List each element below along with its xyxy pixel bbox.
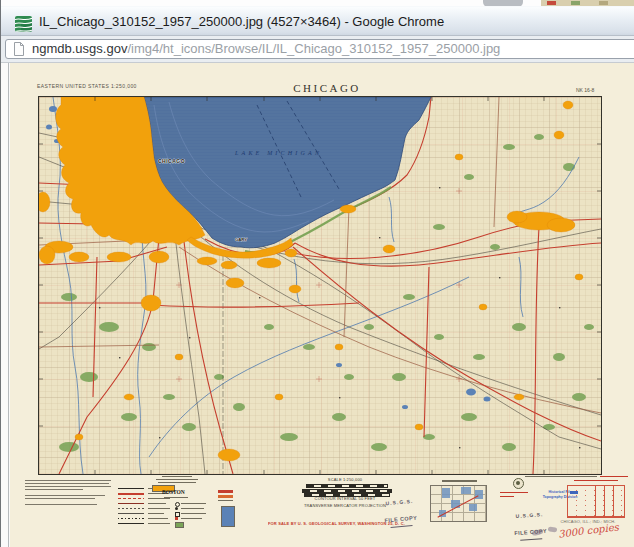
chicago-city-label: CHICAGO (158, 158, 185, 164)
series-label: EASTERN UNITED STATES 1:250,000 (37, 83, 137, 89)
window-titlebar[interactable]: IL_Chicago_310152_1957_250000.jpg (4527×… (1, 6, 634, 36)
footer-sheet-name: CHICAGO, ILL.; IND.; MICH. (538, 519, 634, 524)
scale-bar-kilometers (302, 489, 392, 493)
location-diagram-caption (442, 480, 477, 482)
location-diagram (430, 485, 487, 522)
handwritten-print-count: 3000 copies (558, 521, 620, 539)
credit-line (525, 476, 597, 477)
sale-note: FOR SALE BY U. S. GEOLOGICAL SURVEY, WAS… (268, 521, 368, 526)
map-body[interactable]: LAKE MICHIGAN CHICAGO GARY (38, 96, 602, 475)
lake-michigan-label: LAKE MICHIGAN (234, 150, 322, 156)
usgs-seal (513, 478, 524, 489)
legend-type-sample: BOSTON (162, 489, 185, 495)
scale-bar-miles (306, 484, 388, 488)
page-document-icon (13, 42, 25, 56)
page-left-edge (8, 63, 9, 547)
url-path: /img4/ht_icons/Browse/IL/IL_Chicago_3101… (127, 41, 500, 56)
sheet-number: NK 16-8 (576, 87, 594, 93)
ngmdb-topo-icon (15, 16, 32, 32)
usgs-file-copy-stamp-1: U.S.G.S. FILE COPY (382, 490, 419, 528)
water-sample (221, 506, 235, 527)
red-road-fill-sample (218, 490, 233, 493)
chrome-window: IL_Chicago_310152_1957_250000.jpg (4527×… (0, 0, 634, 547)
address-bar[interactable]: ngmdb.usgs.gov/img4/ht_icons/Browse/IL/I… (5, 39, 634, 59)
browser-toolbar: ngmdb.usgs.gov/img4/ht_icons/Browse/IL/I… (1, 36, 634, 63)
woods-sample (175, 522, 184, 528)
page-content: EASTERN UNITED STATES 1:250,000 CHICAGO … (1, 63, 634, 547)
url-host: ngmdb.usgs.gov (32, 41, 127, 56)
map-image: LAKE MICHIGAN CHICAGO GARY (39, 97, 601, 474)
gary-city-label: GARY (235, 237, 247, 242)
map-sheet-image[interactable]: EASTERN UNITED STATES 1:250,000 CHICAGO … (10, 63, 634, 547)
adjoining-sheets-table (567, 485, 625, 518)
projection-note: TRANSVERSE MERCATOR PROJECTION (295, 503, 395, 508)
red-note-line (500, 492, 528, 493)
sheet-title: CHICAGO (282, 82, 372, 94)
map-legend: BOSTON (118, 476, 236, 534)
adjoining-sheets-caption (574, 480, 618, 481)
window-title: IL_Chicago_310152_1957_250000.jpg (4527×… (39, 7, 444, 36)
scale-label: SCALE 1:250,000 (295, 477, 395, 482)
url-text[interactable]: ngmdb.usgs.gov/img4/ht_icons/Browse/IL/I… (32, 40, 500, 58)
blue-note-line (25, 504, 97, 505)
contour-note: CONTOUR INTERVAL 50 FEET (295, 496, 395, 501)
